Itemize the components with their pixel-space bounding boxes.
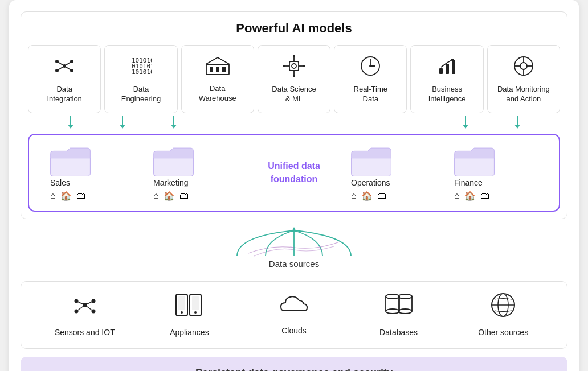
ai-models-title: Powerful AI models	[28, 21, 560, 36]
source-clouds: Clouds	[254, 292, 334, 335]
ai-model-card-data-engineering: 101010 010101 101010 DataEngineering	[104, 45, 177, 113]
warehouse-icon	[205, 55, 230, 80]
ai-model-card-bi: BusinessIntelligence	[410, 45, 483, 113]
db-icon: 🗃	[76, 191, 85, 201]
connector-svg	[214, 225, 374, 259]
arrow-engineering	[120, 116, 125, 131]
svg-point-29	[369, 65, 371, 67]
svg-rect-14	[216, 67, 219, 72]
operations-label: Operations	[351, 178, 390, 187]
svg-point-23	[293, 75, 295, 77]
realtime-icon	[359, 55, 382, 80]
bi-label: BusinessIntelligence	[428, 85, 466, 104]
ai-models-grid: DataIntegration 101010 010101 101010 Dat…	[28, 45, 560, 113]
other-sources-label: Other sources	[478, 328, 528, 337]
svg-rect-32	[452, 60, 455, 74]
main-container: Powerful AI models	[9, 0, 579, 371]
data-engineering-label: DataEngineering	[121, 85, 161, 104]
marketing-folder-icon	[151, 144, 197, 178]
clouds-label: Clouds	[281, 326, 307, 335]
integration-icon	[53, 55, 76, 80]
svg-point-59	[386, 309, 399, 314]
house2-icon: 🏠	[164, 191, 175, 201]
marketing-label: Marketing	[153, 178, 188, 187]
svg-rect-31	[446, 64, 449, 74]
svg-point-24	[283, 65, 285, 67]
svg-marker-39	[292, 227, 296, 232]
arrow-monitoring	[514, 116, 520, 131]
svg-rect-50	[178, 296, 185, 310]
globe-icon	[489, 291, 517, 323]
svg-rect-30	[439, 68, 443, 74]
house-icon: ⌂	[153, 191, 159, 201]
data-sources-grid: Sensors and IOT Appliances	[32, 291, 556, 337]
finance-icons: ⌂ 🏠 🗃	[454, 191, 489, 201]
data-sources-label: Data sources	[269, 259, 319, 269]
realtime-label: Real-TimeData	[354, 85, 387, 104]
svg-point-34	[520, 63, 527, 69]
databases-icon	[383, 291, 414, 323]
cloud-icon	[279, 292, 309, 321]
ai-model-card-realtime: Real-TimeData	[334, 45, 407, 113]
svg-rect-13	[210, 67, 213, 72]
governance-label: Persistent data governance and security	[195, 367, 393, 371]
appliances-label: Appliances	[170, 328, 209, 337]
domains-row: Sales ⌂ 🏠 🗃 Marketing ⌂	[40, 144, 548, 201]
unified-section: Sales ⌂ 🏠 🗃 Marketing ⌂	[28, 134, 560, 212]
operations-folder-icon	[349, 144, 394, 178]
source-other: Other sources	[463, 291, 543, 337]
source-databases: Databases	[359, 291, 439, 337]
db-icon: 🗃	[377, 191, 386, 201]
svg-point-60	[398, 294, 412, 299]
data-sources-section: Sensors and IOT Appliances	[21, 281, 567, 349]
svg-line-7	[57, 66, 64, 71]
arrow-integration	[68, 116, 74, 131]
arrow-bi	[463, 116, 468, 131]
bi-icon	[436, 55, 459, 80]
house-icon: ⌂	[454, 191, 460, 201]
arrow-warehouse	[171, 116, 177, 131]
data-warehouse-label: DataWarehouse	[199, 84, 236, 104]
svg-point-54	[194, 311, 197, 314]
svg-line-47	[76, 305, 85, 311]
db-icon: 🗃	[179, 191, 189, 201]
sales-folder-icon	[48, 144, 93, 178]
svg-point-17	[292, 64, 296, 68]
unified-label-area: Unified data foundation	[254, 160, 334, 186]
arrows-row	[28, 116, 560, 131]
svg-rect-16	[289, 61, 299, 71]
domain-card-marketing: Marketing ⌂ 🏠 🗃	[151, 144, 239, 201]
data-science-label: Data Science& ML	[272, 85, 316, 104]
source-sensors: Sensors and IOT	[45, 291, 125, 337]
db-icon: 🗃	[480, 191, 489, 201]
svg-line-5	[57, 61, 64, 66]
svg-text:101010: 101010	[132, 68, 152, 76]
svg-rect-15	[222, 67, 226, 72]
unified-label: Unified data foundation	[254, 160, 334, 186]
ai-model-card-data-warehouse: DataWarehouse	[181, 45, 254, 113]
ai-model-card-data-integration: DataIntegration	[28, 45, 101, 113]
svg-line-46	[85, 301, 93, 305]
svg-point-51	[181, 311, 183, 314]
sales-label: Sales	[50, 178, 70, 187]
house2-icon: 🏠	[464, 191, 476, 201]
house2-icon: 🏠	[361, 191, 373, 201]
finance-folder-icon	[452, 144, 497, 178]
governance-bar: Persistent data governance and security	[21, 357, 567, 371]
svg-point-22	[293, 55, 295, 57]
svg-point-63	[398, 309, 412, 314]
sensors-label: Sensors and IOT	[55, 328, 115, 337]
svg-line-6	[64, 61, 72, 66]
house-icon: ⌂	[50, 191, 56, 201]
domain-card-sales: Sales ⌂ 🏠 🗃	[48, 144, 136, 201]
svg-line-48	[85, 305, 93, 311]
domain-card-finance: Finance ⌂ 🏠 🗃	[452, 144, 540, 201]
ai-model-card-monitoring: Data Monitoringand Action	[487, 45, 560, 113]
house-icon: ⌂	[351, 191, 357, 201]
monitoring-icon	[512, 55, 535, 80]
svg-line-8	[64, 66, 72, 71]
svg-point-55	[386, 294, 399, 299]
svg-rect-53	[192, 296, 199, 310]
monitoring-label: Data Monitoringand Action	[497, 85, 550, 104]
source-appliances: Appliances	[149, 291, 229, 337]
